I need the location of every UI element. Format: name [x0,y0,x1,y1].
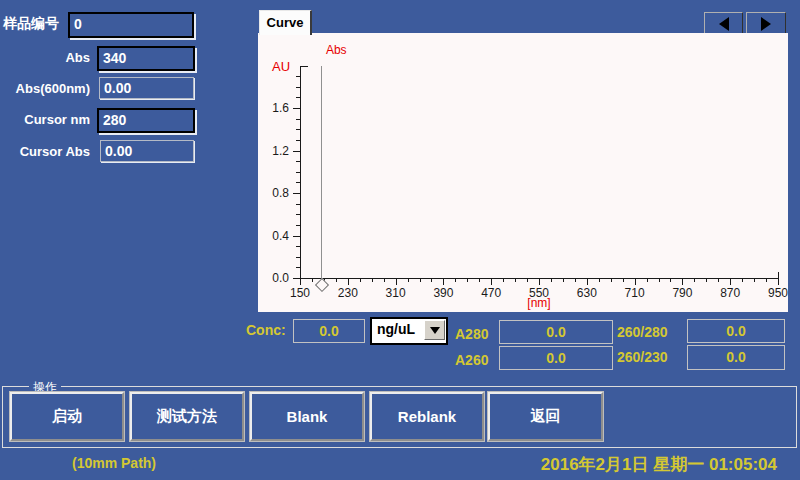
ratio-260-230-readout: 0.0 [687,345,785,370]
x-tick-label: 470 [471,286,511,300]
a280-value: 0.0 [546,324,565,340]
x-minor-tick [718,278,719,282]
instrument-screen: 样品编号 0 Abs 340 Abs(600nm) 0.00 Cursor nm… [0,0,800,480]
x-minor-tick [706,278,707,282]
abs-wavelength-input[interactable]: 340 [97,46,195,71]
x-minor-tick [670,278,671,282]
conc-label: Conc: [246,322,286,338]
cursor-abs-label: Cursor Abs [0,144,90,159]
x-tick-label: 710 [615,286,655,300]
x-tick [635,278,636,285]
x-minor-tick [384,278,385,282]
x-minor-tick [575,278,576,282]
y-axis [300,66,301,279]
tab-curve[interactable]: Curve [259,10,312,35]
x-minor-tick [766,278,767,282]
y-minor-tick [296,76,300,77]
x-tick-label: 150 [280,286,320,300]
cursor-nm-value: 280 [103,112,126,128]
x-tick-label: 630 [567,286,607,300]
y-tick [293,236,300,237]
blank-button[interactable]: Blank [250,392,364,441]
left-arrow-icon [719,17,729,31]
conc-readout: 0.0 [293,319,365,343]
path-length-label: (10mm Path) [72,455,156,471]
x-tick-label: 870 [710,286,750,300]
cursor-abs-value: 0.00 [105,143,132,159]
abs600-readout: 0.00 [99,77,194,99]
x-tick-label: 230 [328,286,368,300]
y-minor-tick [296,119,300,120]
abs600-value: 0.00 [104,80,131,96]
y-minor-tick [296,97,300,98]
x-minor-tick [647,278,648,282]
unit-dropdown[interactable]: ng/uL [370,317,448,345]
y-tick-label: 0.8 [258,186,289,200]
x-tick [443,278,444,285]
datetime-display: 2016年2月1日 星期一 01:05:04 [541,453,777,476]
dropdown-button[interactable] [424,320,445,340]
y-tick-label: 0.4 [258,229,289,243]
y-tick [293,151,300,152]
spectrum-plot[interactable]: AU Abs [nm] 0.00.40.81.21.61502303103904… [258,33,788,312]
test-method-button[interactable]: 测试方法 [130,392,244,441]
abs-wavelength-label: Abs [0,50,90,65]
y-minor-tick [296,225,300,226]
reblank-button[interactable]: Reblank [370,392,484,441]
ratio-260-230-value: 0.0 [726,349,745,365]
y-minor-tick [296,267,300,268]
y-minor-tick [296,161,300,162]
x-minor-tick [312,278,313,282]
x-tick [587,278,588,285]
x-minor-tick [754,278,755,282]
cursor-abs-readout: 0.00 [100,140,194,162]
y-tick-label: 1.2 [258,144,289,158]
right-arrow-icon [761,17,771,31]
x-tick [396,278,397,285]
sample-number-input[interactable]: 0 [68,12,194,38]
y-tick [293,278,300,279]
y-minor-tick [296,257,300,258]
x-tick [778,278,779,285]
x-minor-tick [623,278,624,282]
x-tick-label: 390 [423,286,463,300]
x-tick [300,278,301,285]
y-tick-label: 1.6 [258,101,289,115]
cursor-nm-input[interactable]: 280 [97,108,195,133]
x-tick [539,278,540,285]
x-tick-label: 550 [519,286,559,300]
x-minor-tick [694,278,695,282]
y-axis-title: AU [272,59,290,74]
conc-value: 0.0 [319,323,338,339]
a260-readout: 0.0 [499,346,613,370]
y-tick-label: 0.0 [258,271,289,285]
a280-readout: 0.0 [499,320,613,344]
series-label: Abs [326,43,347,57]
chevron-down-icon [430,327,440,334]
x-minor-tick [431,278,432,282]
y-tick [293,108,300,109]
x-tick-label: 310 [376,286,416,300]
sample-number-value: 0 [74,16,82,32]
abs600-label: Abs(600nm) [0,81,90,96]
y-minor-tick [296,87,300,88]
x-minor-tick [563,278,564,282]
return-button[interactable]: 返回 [488,392,603,441]
a260-value: 0.0 [546,350,565,366]
x-minor-tick [336,278,337,282]
y-minor-tick [296,182,300,183]
y-minor-tick [296,214,300,215]
y-tick [293,193,300,194]
ratio-260-280-value: 0.0 [726,323,745,339]
start-button[interactable]: 启动 [10,392,124,441]
x-minor-tick [479,278,480,282]
x-minor-tick [611,278,612,282]
cursor-nm-label: Cursor nm [0,112,90,127]
y-minor-tick [296,204,300,205]
x-minor-tick [527,278,528,282]
unit-value: ng/uL [377,321,415,337]
x-minor-tick [659,278,660,282]
ratio-260-280-label: 260/280 [617,324,668,340]
y-minor-tick [296,246,300,247]
x-minor-tick [455,278,456,282]
